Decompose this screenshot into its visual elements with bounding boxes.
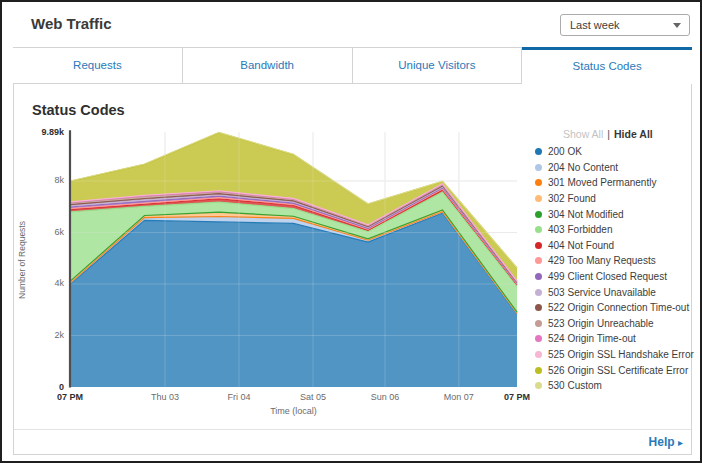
legend-item[interactable]: 302 Found (535, 191, 695, 207)
help-link[interactable]: Help ▸ (649, 435, 683, 449)
legend-item-label: 404 Not Found (548, 240, 614, 251)
legend-item[interactable]: 525 Origin SSL Handshake Error (535, 347, 695, 363)
legend-item-label: 526 Origin SSL Certificate Error (548, 365, 688, 376)
y-tick-label: 4k (14, 278, 64, 288)
legend-item[interactable]: 523 Origin Unreachable (535, 316, 695, 332)
legend-item[interactable]: 301 Moved Permanently (535, 175, 695, 191)
legend-color-dot (535, 242, 542, 249)
legend-color-dot (535, 304, 542, 311)
chart-title: Status Codes (32, 102, 125, 118)
x-tick-label: Sun 06 (355, 392, 415, 402)
legend-item[interactable]: 524 Origin Time-out (535, 331, 695, 347)
legend-color-dot (535, 367, 542, 374)
legend-item-label: 525 Origin SSL Handshake Error (548, 349, 694, 360)
legend-color-dot (535, 211, 542, 218)
legend-item[interactable]: 503 Service Unavailable (535, 284, 695, 300)
legend-item-label: 530 Custom (548, 380, 602, 391)
legend-item-label: 523 Origin Unreachable (548, 318, 654, 329)
chart-area-series (70, 132, 517, 387)
x-axis-title: Time (local) (70, 406, 517, 416)
legend-item[interactable]: 304 Not Modified (535, 206, 695, 222)
hide-all-button[interactable]: Hide All (614, 128, 653, 140)
x-tick-label: Sat 05 (283, 392, 343, 402)
y-tick-label: 0 (14, 382, 64, 392)
legend-item[interactable]: 526 Origin SSL Certificate Error (535, 362, 695, 378)
legend-color-dot (535, 382, 542, 389)
help-label: Help (649, 435, 675, 449)
y-tick-label: 9.89k (14, 127, 64, 137)
legend-item-label: 200 OK (548, 146, 582, 157)
legend-item-label: 204 No Content (548, 162, 618, 173)
y-tick-label: 6k (14, 227, 64, 237)
chart-legend: 200 OK204 No Content301 Moved Permanentl… (535, 144, 695, 394)
legend-item-label: 499 Client Closed Request (548, 271, 667, 282)
legend-item[interactable]: 404 Not Found (535, 238, 695, 254)
legend-item-label: 304 Not Modified (548, 209, 624, 220)
legend-color-dot (535, 273, 542, 280)
x-tick-label: 07 PM (40, 392, 100, 402)
legend-item[interactable]: 499 Client Closed Request (535, 269, 695, 285)
show-all-button[interactable]: Show All (563, 128, 603, 140)
legend-actions: Show All|Hide All (563, 128, 653, 140)
help-arrow-icon: ▸ (678, 437, 683, 448)
legend-color-dot (535, 257, 542, 264)
legend-item-label: 524 Origin Time-out (548, 333, 636, 344)
legend-color-dot (535, 148, 542, 155)
legend-item-label: 301 Moved Permanently (548, 177, 656, 188)
y-tick-label: 2k (14, 330, 64, 340)
legend-color-dot (535, 164, 542, 171)
legend-item[interactable]: 429 Too Many Requests (535, 253, 695, 269)
legend-color-dot (535, 195, 542, 202)
x-tick-label: Mon 07 (429, 392, 489, 402)
x-tick-label: Fri 04 (209, 392, 269, 402)
legend-color-dot (535, 289, 542, 296)
y-axis-title: Number of Requests (17, 200, 29, 320)
legend-item[interactable]: 522 Origin Connection Time-out (535, 300, 695, 316)
legend-color-dot (535, 335, 542, 342)
legend-item-label: 429 Too Many Requests (548, 255, 656, 266)
x-tick-label: 07 PM (487, 392, 547, 402)
legend-item[interactable]: 403 Forbidden (535, 222, 695, 238)
legend-item[interactable]: 204 No Content (535, 160, 695, 176)
legend-actions-separator: | (607, 128, 610, 140)
y-tick-label: 8k (14, 175, 64, 185)
legend-color-dot (535, 351, 542, 358)
web-traffic-panel: Web Traffic Last week Requests Bandwidth… (0, 0, 702, 463)
legend-item[interactable]: 200 OK (535, 144, 695, 160)
x-tick-label: Thu 03 (135, 392, 195, 402)
legend-item-label: 403 Forbidden (548, 224, 613, 235)
legend-color-dot (535, 320, 542, 327)
legend-color-dot (535, 226, 542, 233)
legend-color-dot (535, 179, 542, 186)
legend-item[interactable]: 530 Custom (535, 378, 695, 394)
legend-item-label: 503 Service Unavailable (548, 287, 656, 298)
legend-item-label: 302 Found (548, 193, 596, 204)
footer-divider (14, 429, 691, 430)
legend-item-label: 522 Origin Connection Time-out (548, 302, 689, 313)
